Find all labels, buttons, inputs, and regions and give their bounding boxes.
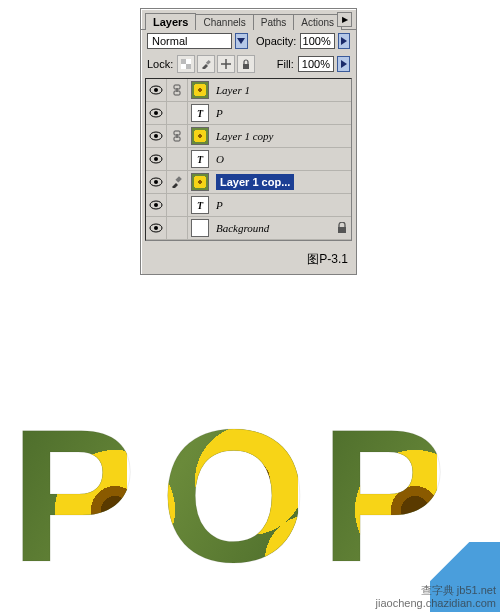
lock-icon: [241, 59, 251, 69]
tab-layers[interactable]: Layers: [145, 13, 196, 30]
lock-transparency-button[interactable]: [177, 55, 195, 73]
svg-point-23: [154, 180, 158, 184]
svg-point-28: [154, 226, 158, 230]
layer-name[interactable]: Layer 1 copy: [212, 130, 351, 142]
layer-row[interactable]: Layer 1 cop...: [146, 171, 351, 194]
svg-point-9: [154, 88, 158, 92]
watermark-line2: jiaocheng.chazidian.com: [376, 597, 496, 610]
eye-icon: [149, 131, 163, 141]
opacity-slider-button[interactable]: [338, 33, 350, 49]
layers-list: Layer 1 T P Layer 1 copy: [145, 78, 352, 241]
layer-name[interactable]: O: [212, 153, 351, 165]
link-icon: [172, 84, 182, 96]
move-plus-icon: [221, 59, 231, 69]
layer-name[interactable]: Background: [212, 222, 333, 234]
link-cell[interactable]: [167, 79, 188, 101]
layer-row[interactable]: Background: [146, 217, 351, 240]
layer-name[interactable]: Layer 1 cop...: [212, 176, 351, 188]
svg-rect-3: [181, 59, 186, 64]
opacity-field[interactable]: 100%: [300, 33, 334, 49]
visibility-toggle[interactable]: [146, 125, 167, 147]
blend-mode-value: Normal: [152, 35, 187, 47]
tab-actions[interactable]: Actions: [293, 14, 342, 30]
watermark-line1: 查字典 jb51.net: [376, 584, 496, 597]
fill-slider-button[interactable]: [337, 56, 350, 72]
link-cell[interactable]: [167, 102, 188, 124]
blend-mode-select[interactable]: Normal: [147, 33, 232, 49]
svg-point-14: [154, 111, 158, 115]
svg-point-26: [154, 203, 158, 207]
svg-rect-6: [243, 64, 249, 69]
svg-marker-1: [341, 37, 347, 45]
lock-label: Lock:: [147, 58, 173, 70]
visibility-toggle[interactable]: [146, 79, 167, 101]
text-layer-icon[interactable]: T: [191, 196, 209, 214]
text-layer-icon[interactable]: T: [191, 104, 209, 122]
lock-icon: [337, 222, 347, 234]
brush-small-icon: [201, 59, 211, 69]
chevron-down-icon: [237, 38, 245, 44]
visibility-toggle[interactable]: [146, 194, 167, 216]
text-layer-icon[interactable]: T: [191, 150, 209, 168]
eye-icon: [149, 177, 163, 187]
blend-opacity-row: Normal Opacity: 100%: [141, 30, 356, 52]
layer-lock-indicator: [333, 222, 351, 234]
lock-pixels-button[interactable]: [197, 55, 215, 73]
tab-paths[interactable]: Paths: [253, 14, 295, 30]
pop-letter-p2-outline: P: [320, 400, 437, 590]
svg-point-21: [154, 157, 158, 161]
visibility-toggle[interactable]: [146, 102, 167, 124]
layer-thumbnail[interactable]: [191, 219, 209, 237]
layer-thumbnail[interactable]: [191, 81, 209, 99]
layer-name-text: Layer 1 cop...: [216, 174, 294, 190]
layer-name[interactable]: P: [212, 199, 351, 211]
visibility-toggle[interactable]: [146, 171, 167, 193]
link-cell[interactable]: [167, 194, 188, 216]
svg-rect-24: [175, 176, 181, 182]
svg-marker-0: [237, 38, 245, 44]
layer-row[interactable]: T P: [146, 102, 351, 125]
link-cell[interactable]: [167, 217, 188, 239]
tab-channels[interactable]: Channels: [195, 14, 253, 30]
svg-rect-5: [206, 60, 211, 65]
eye-icon: [149, 154, 163, 164]
transparency-icon: [181, 59, 191, 69]
fill-value: 100%: [302, 58, 330, 70]
active-brush-cell[interactable]: [167, 171, 188, 193]
panel-caption: 图P-3.1: [141, 247, 356, 274]
layer-name[interactable]: P: [212, 107, 351, 119]
lock-position-button[interactable]: [217, 55, 235, 73]
link-cell[interactable]: [167, 125, 188, 147]
eye-icon: [149, 108, 163, 118]
layer-row[interactable]: T O: [146, 148, 351, 171]
layer-row[interactable]: Layer 1 copy: [146, 125, 351, 148]
link-cell[interactable]: [167, 148, 188, 170]
visibility-toggle[interactable]: [146, 217, 167, 239]
watermark-text: 查字典 jb51.net jiaocheng.chazidian.com: [376, 584, 496, 610]
lock-all-button[interactable]: [237, 55, 255, 73]
pop-letter-p1-outline: P: [10, 400, 127, 590]
opacity-value: 100%: [303, 35, 331, 47]
eye-icon: [149, 85, 163, 95]
pop-preview: P O P P O P: [10, 400, 490, 600]
visibility-toggle[interactable]: [146, 148, 167, 170]
layer-row[interactable]: T P: [146, 194, 351, 217]
layer-name[interactable]: Layer 1: [212, 84, 351, 96]
layer-row[interactable]: Layer 1: [146, 79, 351, 102]
layer-thumbnail[interactable]: [191, 127, 209, 145]
panel-tabs: Layers Channels Paths Actions ▶: [141, 9, 356, 30]
opacity-label: Opacity:: [256, 35, 296, 47]
blend-mode-dropdown-button[interactable]: [235, 33, 248, 49]
eye-icon: [149, 200, 163, 210]
eye-icon: [149, 223, 163, 233]
fill-label: Fill:: [277, 58, 294, 70]
lock-fill-row: Lock: Fill: 100%: [141, 52, 356, 76]
lock-options: [177, 55, 255, 73]
layer-thumbnail[interactable]: [191, 173, 209, 191]
pop-letter-o-outline: O: [160, 400, 298, 590]
fill-field[interactable]: 100%: [298, 56, 334, 72]
link-icon: [172, 130, 182, 142]
menu-icon: ▶: [342, 15, 348, 24]
svg-marker-7: [341, 60, 347, 68]
panel-menu-button[interactable]: ▶: [337, 12, 352, 27]
